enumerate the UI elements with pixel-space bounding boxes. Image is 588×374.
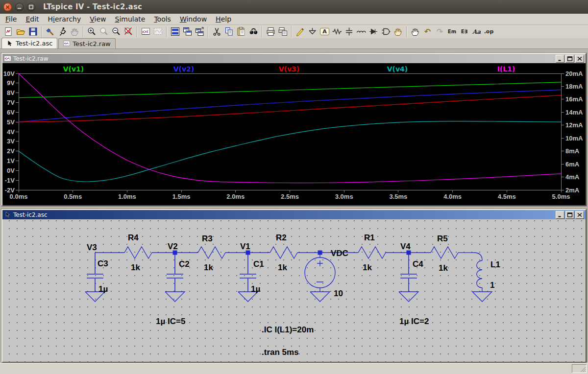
window-maximize-button[interactable] xyxy=(27,3,35,11)
legend-V(v4)[interactable]: V(v4) xyxy=(387,65,408,73)
zoom-in-button[interactable] xyxy=(86,26,98,38)
label-net-button[interactable]: A xyxy=(318,26,331,38)
maximize-button[interactable] xyxy=(565,55,574,63)
ground-symbol[interactable] xyxy=(310,292,330,302)
waveform-plot-pane[interactable]: 10V9V8V7V6V5V4V3V2V1V0V-1V-2V20mA18mA16m… xyxy=(2,63,586,205)
redo-button[interactable]: ↷ xyxy=(434,26,446,38)
paste-button[interactable] xyxy=(235,26,247,38)
schematic-label[interactable]: 1µ xyxy=(251,284,260,294)
capacitor-symbol[interactable] xyxy=(400,253,417,292)
schematic-label[interactable]: 1k xyxy=(363,263,372,272)
schematic-label[interactable]: R2 xyxy=(276,233,287,242)
ground-symbol[interactable] xyxy=(165,292,185,302)
close-button[interactable] xyxy=(575,55,584,63)
plot-settings-button[interactable] xyxy=(140,26,152,38)
legend-V(v1)[interactable]: V(v1) xyxy=(63,65,84,73)
plot-defaults-button[interactable] xyxy=(152,26,164,38)
schematic-label[interactable]: 1k xyxy=(204,263,213,272)
tab-test-ic2.raw[interactable]: Test-ic2.raw xyxy=(58,38,115,48)
tile-windows-button[interactable] xyxy=(169,26,181,38)
print-preview-button[interactable] xyxy=(277,26,289,38)
close-button[interactable] xyxy=(575,211,584,219)
mirror-button[interactable]: E∃ xyxy=(458,26,470,38)
schematic-label[interactable]: R3 xyxy=(202,234,213,243)
wire-button[interactable] xyxy=(294,26,306,38)
new-window-button[interactable] xyxy=(194,26,206,38)
minimize-button[interactable] xyxy=(556,211,564,219)
minimize-button[interactable] xyxy=(556,55,564,63)
trace-V(v1)[interactable] xyxy=(19,82,561,98)
schematic-label[interactable]: C1 xyxy=(253,259,264,269)
print-button[interactable] xyxy=(265,26,277,38)
resize-grip-icon[interactable] xyxy=(579,366,586,373)
zoom-back-button[interactable] xyxy=(98,26,110,38)
cascade-windows-button[interactable] xyxy=(181,26,194,38)
save-button[interactable] xyxy=(27,26,39,38)
schematic-label[interactable]: R4 xyxy=(128,233,139,242)
inductor-button[interactable] xyxy=(355,26,368,38)
menu-edit[interactable]: Edit xyxy=(21,15,43,23)
drag-button[interactable] xyxy=(409,26,421,38)
schematic-label[interactable]: R5 xyxy=(437,234,448,243)
schematic-label[interactable]: V1 xyxy=(240,242,250,251)
schematic-label[interactable]: 1µ xyxy=(98,284,108,294)
schematic-label[interactable]: C4 xyxy=(413,259,423,269)
tab-test-ic2.asc[interactable]: Test-ic2.asc xyxy=(1,38,57,48)
schematic-label[interactable]: 1k xyxy=(439,263,448,273)
resistor-symbol[interactable] xyxy=(198,247,225,258)
schematic-label[interactable]: V2 xyxy=(168,242,178,251)
schematic-canvas[interactable]: V3C31µR41kV2C21µ IC=5R31kV1C11µR21kVDC10… xyxy=(2,219,586,362)
schematic-label[interactable]: C3 xyxy=(98,259,108,268)
diode-button[interactable] xyxy=(368,26,380,38)
trace-V(v4)[interactable] xyxy=(19,121,561,182)
maximize-button[interactable] xyxy=(565,211,574,219)
open-button[interactable] xyxy=(15,26,27,38)
schematic-label[interactable]: .IC I(L1)=20m xyxy=(262,325,314,334)
new-schematic-button[interactable] xyxy=(2,26,15,38)
capacitor-button[interactable] xyxy=(343,26,355,38)
inductor-symbol[interactable] xyxy=(474,253,482,292)
schematic-label[interactable]: V3 xyxy=(87,243,97,252)
waveform-window-titlebar[interactable]: Test-ic2.raw xyxy=(2,54,586,63)
schematic-window-titlebar[interactable]: Test-ic2.asc xyxy=(2,210,586,219)
schematic-label[interactable]: .tran 5ms xyxy=(262,348,299,357)
menu-file[interactable]: File xyxy=(1,15,21,23)
legend-I(L1)[interactable]: I(L1) xyxy=(497,65,515,73)
schematic-label[interactable]: 1 xyxy=(490,280,494,290)
control-panel-button[interactable] xyxy=(44,26,56,38)
rotate-button[interactable]: Em xyxy=(446,26,458,38)
resistor-symbol[interactable] xyxy=(270,247,297,258)
schematic-label[interactable]: 1µ IC=2 xyxy=(399,317,429,326)
schematic-label[interactable]: V4 xyxy=(400,242,411,251)
schematic-label[interactable]: R1 xyxy=(364,233,375,242)
resistor-symbol[interactable] xyxy=(431,247,458,258)
schematic-label[interactable]: 1µ IC=5 xyxy=(156,317,185,326)
undo-button[interactable]: ↶ xyxy=(421,26,434,38)
trace-V(v3)[interactable] xyxy=(19,95,561,122)
schematic-label[interactable]: 10 xyxy=(334,289,343,298)
zoom-out-button[interactable] xyxy=(110,26,122,38)
copy-button[interactable] xyxy=(223,26,235,38)
zoom-full-button[interactable] xyxy=(122,26,135,38)
menu-help[interactable]: Help xyxy=(211,15,236,23)
component-button[interactable] xyxy=(380,26,392,38)
schematic-label[interactable]: C2 xyxy=(179,259,190,269)
resistor-symbol[interactable] xyxy=(358,247,386,258)
move-button[interactable] xyxy=(392,26,404,38)
menu-hierarchy[interactable]: Hierarchy xyxy=(44,15,86,23)
window-close-button[interactable] xyxy=(3,3,12,11)
menu-simulate[interactable]: Simulate xyxy=(111,15,150,23)
run-button[interactable] xyxy=(56,26,69,38)
menu-window[interactable]: Window xyxy=(175,15,211,23)
schematic-label[interactable]: L1 xyxy=(490,260,500,269)
resistor-symbol[interactable] xyxy=(124,247,152,258)
halt-button[interactable] xyxy=(69,26,81,38)
trace-V(v2)[interactable] xyxy=(19,90,561,122)
schematic-label[interactable]: 1k xyxy=(278,263,287,272)
legend-V(v3)[interactable]: V(v3) xyxy=(279,65,300,73)
ground-button[interactable] xyxy=(306,26,318,38)
spice-directive-button[interactable]: .op xyxy=(483,26,495,38)
cut-button[interactable] xyxy=(211,26,223,38)
schematic-label[interactable]: VDC xyxy=(331,249,348,258)
menu-view[interactable]: View xyxy=(85,15,110,23)
